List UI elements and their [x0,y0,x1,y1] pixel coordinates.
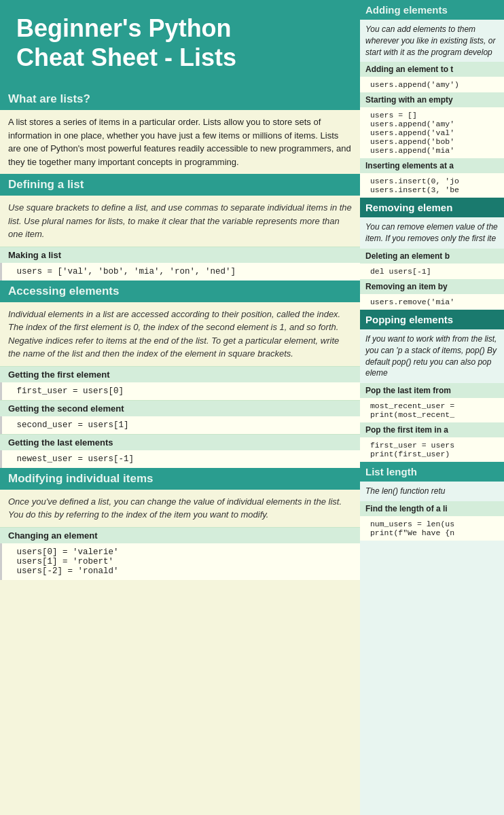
list-length-body: The len() function retu [360,482,504,501]
accessing-body: Individual elements in a list are access… [0,302,360,366]
modifying-body: Once you've defined a list, you can chan… [0,490,360,527]
inserting-elements-code: users.insert(0, 'jo users.insert(3, 'be [360,173,504,198]
removing-header: Removing elemen [360,198,504,217]
adding-body: You can add elements to them wherever yo… [360,20,504,62]
what-are-lists-section: What are lists? A list stores a series o… [0,88,360,174]
adding-header: Adding elements [360,0,504,20]
last-element-label: Getting the last elements [0,434,360,450]
last-element-code: newest_user = users[-1] [0,450,360,468]
modifying-header: Modifying individual items [0,468,360,490]
list-length-section: List length The len() function retu Find… [360,462,504,541]
adding-element-code: users.append('amy') [360,77,504,92]
making-list-label: Making a list [0,247,360,263]
defining-body: Use square brackets to define a list, an… [0,196,360,247]
adding-section: Adding elements You can add elements to … [360,0,504,198]
what-are-lists-header: What are lists? [0,88,360,110]
deleting-element-label: Deleting an element b [360,249,504,264]
pop-first-label: Pop the first item in a [360,422,504,437]
list-length-header: List length [360,462,504,482]
find-length-label: Find the length of a li [360,501,504,516]
starting-empty-code: users = [] users.append('amy' users.appe… [360,107,504,158]
second-element-label: Getting the second element [0,400,360,416]
changing-element-label: Changing an element [0,527,360,543]
modifying-section: Modifying individual items Once you've d… [0,468,360,580]
accessing-section: Accessing elements Individual elements i… [0,280,360,468]
inserting-elements-label: Inserting elements at a [360,158,504,173]
first-element-label: Getting the first element [0,366,360,382]
making-list-code: users = ['val', 'bob', 'mia', 'ron', 'ne… [0,263,360,280]
popping-body: If you want to work with from the list, … [360,329,504,383]
removing-body: You can remove elemen value of the item.… [360,217,504,249]
pop-first-code: first_user = users print(first_user) [360,437,504,462]
pop-last-code: most_recent_user = print(most_recent_ [360,398,504,422]
what-are-lists-body: A list stores a series of items in a par… [0,110,360,174]
left-column: Beginner's Python Cheat Sheet - Lists Wh… [0,0,360,815]
page-title: Beginner's Python Cheat Sheet - Lists [16,14,344,72]
adding-element-label: Adding an element to t [360,62,504,77]
pop-last-label: Pop the last item from [360,383,504,398]
defining-section: Defining a list Use square brackets to d… [0,174,360,280]
starting-empty-label: Starting with an empty [360,92,504,107]
defining-header: Defining a list [0,174,360,196]
find-length-code: num_users = len(us print(f"We have {n [360,516,504,541]
removing-item-label: Removing an item by [360,279,504,294]
page-wrapper: Beginner's Python Cheat Sheet - Lists Wh… [0,0,504,815]
second-element-code: second_user = users[1] [0,416,360,434]
first-element-code: first_user = users[0] [0,382,360,400]
title-block: Beginner's Python Cheat Sheet - Lists [0,0,360,88]
removing-item-code: users.remove('mia' [360,294,504,310]
changing-element-code: users[0] = 'valerie' users[1] = 'robert'… [0,543,360,580]
deleting-element-code: del users[-1] [360,264,504,279]
right-column: Adding elements You can add elements to … [360,0,504,815]
removing-section: Removing elemen You can remove elemen va… [360,198,504,310]
popping-header: Popping elements [360,310,504,329]
popping-section: Popping elements If you want to work wit… [360,310,504,462]
accessing-header: Accessing elements [0,280,360,302]
